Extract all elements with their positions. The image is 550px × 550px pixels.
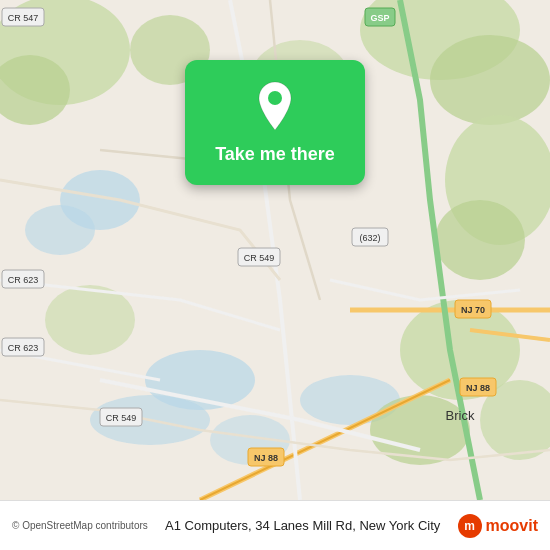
location-pin-icon (253, 80, 297, 134)
map-attribution: © OpenStreetMap contributors (12, 520, 148, 531)
svg-point-8 (25, 205, 95, 255)
take-me-there-card[interactable]: Take me there (185, 60, 365, 185)
svg-text:NJ 88: NJ 88 (466, 383, 490, 393)
svg-text:NJ 88: NJ 88 (254, 453, 278, 463)
bottom-bar: © OpenStreetMap contributors A1 Computer… (0, 500, 550, 550)
svg-text:Brick: Brick (446, 408, 475, 423)
svg-text:CR 547: CR 547 (8, 13, 39, 23)
navigation-button-container[interactable]: Take me there (185, 60, 365, 185)
svg-text:GSP: GSP (370, 13, 389, 23)
take-me-there-label: Take me there (215, 144, 335, 165)
svg-text:(632): (632) (359, 233, 380, 243)
map-container: CR 547 GSP CR 623 CR 623 CR 549 CR 549 N… (0, 0, 550, 500)
svg-point-4 (430, 35, 550, 125)
svg-text:CR 623: CR 623 (8, 275, 39, 285)
moovit-brand: moovit (486, 517, 538, 535)
moovit-logo: m moovit (458, 514, 538, 538)
svg-point-6 (435, 200, 525, 280)
address-label: A1 Computers, 34 Lanes Mill Rd, New York… (148, 518, 458, 533)
svg-text:CR 549: CR 549 (244, 253, 275, 263)
svg-text:NJ 70: NJ 70 (461, 305, 485, 315)
svg-text:CR 623: CR 623 (8, 343, 39, 353)
moovit-icon: m (458, 514, 482, 538)
svg-text:CR 549: CR 549 (106, 413, 137, 423)
svg-point-17 (45, 285, 135, 355)
svg-point-43 (268, 91, 282, 105)
